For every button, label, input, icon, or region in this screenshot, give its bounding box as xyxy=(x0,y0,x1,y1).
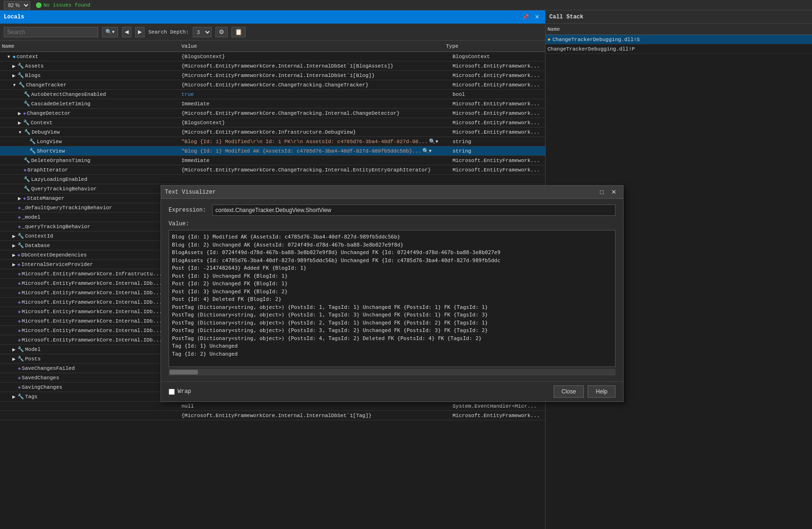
row-name-text: Microsoft.EntityFrameworkCore.Internal.I… xyxy=(22,290,162,296)
row-name-cell: ▶◈ InternalServiceProvider xyxy=(0,262,179,267)
nav-forward-btn[interactable]: ▶ xyxy=(135,27,145,37)
callstack-row[interactable]: ChangeTrackerDebugging.dll!P xyxy=(546,44,812,54)
close-btn[interactable]: Close xyxy=(554,385,584,398)
wrap-checkbox-label[interactable]: Wrap xyxy=(169,388,191,395)
row-name-cell: ◈ Microsoft.EntityFrameworkCore.Internal… xyxy=(0,328,179,333)
text-visualizer-modal[interactable]: Text Visualizer □ ✕ Expression: Value: xyxy=(161,185,624,402)
row-value-cell: {Microsoft.EntityFrameworkCore.ChangeTra… xyxy=(179,167,451,173)
expand-btn[interactable]: ▶ xyxy=(17,196,22,201)
row-name-cell: ▶🔧 Database xyxy=(0,242,179,248)
zoom-select[interactable]: 82 % xyxy=(4,1,30,9)
table-row[interactable]: {Microsoft.EntityFrameworkCore.Internal.… xyxy=(0,411,545,420)
expand-btn[interactable]: ▶ xyxy=(11,262,17,267)
row-name-cell: ◈ _model xyxy=(0,214,179,220)
row-name-text: Database xyxy=(25,243,50,248)
row-name-text: Assets xyxy=(25,63,44,69)
wrap-checkbox[interactable] xyxy=(169,389,175,395)
table-row[interactable]: ▶🔧 Context{BlogsContext}Microsoft.Entity… xyxy=(0,118,545,128)
pin-icon-btn[interactable]: 📌 xyxy=(520,13,531,21)
expand-btn[interactable]: ▶ xyxy=(11,73,17,78)
diamond-icon: ◈ xyxy=(18,271,21,277)
modal-close-btn[interactable]: ✕ xyxy=(608,188,619,196)
row-name-text: Blogs xyxy=(25,73,41,78)
table-row[interactable]: ▶🔧 Blogs{Microsoft.EntityFrameworkCore.I… xyxy=(0,71,545,80)
table-row[interactable]: ▼◆ context{BlogsContext}BlogsContext xyxy=(0,52,545,61)
expand-btn[interactable]: ▶ xyxy=(11,243,17,248)
expand-btn[interactable]: ▼ xyxy=(17,130,23,135)
table-row[interactable]: nullSystem.EventHandler<Micr... xyxy=(0,401,545,411)
row-name-text: DeleteOrphansTiming xyxy=(31,158,90,163)
expand-btn[interactable]: ▶ xyxy=(17,120,22,125)
magnifier-btn[interactable]: 🔍▾ xyxy=(421,148,433,154)
diamond-icon: ◈ xyxy=(18,205,21,211)
table-row[interactable]: ▶🔧 Assets{Microsoft.EntityFrameworkCore.… xyxy=(0,61,545,71)
nav-back-btn[interactable]: ◀ xyxy=(122,27,131,37)
row-type-cell: string xyxy=(451,148,545,154)
expand-btn[interactable]: ▶ xyxy=(11,64,17,68)
depth-select[interactable]: 3 1 2 5 xyxy=(193,27,212,37)
callstack-rows: ●ChangeTrackerDebugging.dll!SChangeTrack… xyxy=(546,35,812,54)
modal-maximize-btn[interactable]: □ xyxy=(597,188,607,196)
row-name-cell: 🔧 ShortView xyxy=(0,148,179,154)
table-row[interactable]: ▼🔧 ChangeTracker{Microsoft.EntityFramewo… xyxy=(0,80,545,90)
table-row[interactable]: 🔧 LazyLoadingEnabled xyxy=(0,175,545,184)
tool-btn-1[interactable]: ⚙ xyxy=(215,27,228,37)
status-dot xyxy=(36,2,42,8)
table-row[interactable]: 🔧 DeleteOrphansTimingImmediateMicrosoft.… xyxy=(0,156,545,165)
expand-btn[interactable]: ▼ xyxy=(11,83,17,87)
row-name-text: ChangeTracker xyxy=(26,82,67,88)
expand-btn[interactable]: ▶ xyxy=(11,234,17,239)
hscroll-bar[interactable] xyxy=(169,369,615,375)
search-button[interactable]: 🔍▾ xyxy=(102,27,118,37)
row-name-cell: 🔧 DeleteOrphansTiming xyxy=(0,157,179,163)
row-name-cell: ▶🔧 ContextId xyxy=(0,233,179,239)
expand-btn[interactable]: ▼ xyxy=(6,54,12,59)
callstack-row[interactable]: ●ChangeTrackerDebugging.dll!S xyxy=(546,35,812,44)
row-type-cell: Microsoft.EntityFramework... xyxy=(451,129,545,135)
row-name-cell: ▼🔧 ChangeTracker xyxy=(0,82,179,88)
value-textarea[interactable] xyxy=(169,230,615,367)
search-input[interactable] xyxy=(4,27,98,37)
magnifier-btn[interactable]: 🔍▾ xyxy=(428,138,439,145)
table-row[interactable]: 🔧 ShortView"Blog {Id: 1} Modified AK {As… xyxy=(0,146,545,156)
expression-row: Expression: xyxy=(169,205,615,216)
table-row[interactable]: 🔧 LongView"Blog {Id: 1} Modified\r\n Id:… xyxy=(0,137,545,146)
help-btn[interactable]: Help xyxy=(588,385,615,398)
table-row[interactable]: ◈ GraphIterator{Microsoft.EntityFramewor… xyxy=(0,165,545,175)
main-layout: Locals 📌 ✕ 🔍▾ ◀ ▶ Search Depth: 3 1 2 5 … xyxy=(0,10,812,529)
callstack-row-text: ChangeTrackerDebugging.dll!P xyxy=(547,46,635,52)
row-value-cell: {BlogsContext} xyxy=(179,54,451,60)
table-row[interactable]: ▶◈ ChangeDetector{Microsoft.EntityFramew… xyxy=(0,109,545,118)
row-name-text: LazyLoadingEnabled xyxy=(31,177,87,182)
wrench-icon: 🔧 xyxy=(17,346,24,352)
expression-input[interactable] xyxy=(212,205,615,216)
diamond-icon: ◈ xyxy=(17,262,20,267)
row-type-cell: Microsoft.EntityFramework... xyxy=(451,158,545,163)
expand-btn[interactable]: ▶ xyxy=(17,111,22,116)
row-name-cell: ◈ _defaultQueryTrackingBehavior xyxy=(0,205,179,211)
table-header: Name Value Type xyxy=(0,41,545,52)
expand-btn[interactable]: ▶ xyxy=(11,357,17,361)
tool-btn-2[interactable]: 📋 xyxy=(231,27,246,37)
diamond-icon: ◈ xyxy=(18,384,21,390)
diamond-icon: ◈ xyxy=(18,214,21,220)
row-name-cell: ▶🔧 Blogs xyxy=(0,72,179,78)
row-name-text: StateManager xyxy=(27,196,64,201)
wrench-icon: 🔧 xyxy=(29,138,36,145)
row-name-cell: ◈ Microsoft.EntityFrameworkCore.Internal… xyxy=(0,281,179,286)
table-row[interactable]: 🔧 CascadeDeleteTimingImmediateMicrosoft.… xyxy=(0,99,545,109)
table-row[interactable]: ▼🔧 DebugView{Microsoft.EntityFrameworkCo… xyxy=(0,128,545,137)
wrench-icon: 🔧 xyxy=(29,148,36,154)
row-value-cell: null xyxy=(179,403,451,409)
table-row[interactable]: 🔧 AutoDetectChangesEnabledtruebool xyxy=(0,90,545,99)
diamond-icon: ◈ xyxy=(18,328,21,333)
row-name-cell: ▶🔧 Context xyxy=(0,119,179,126)
row-value-cell: {Microsoft.EntityFrameworkCore.Infrastru… xyxy=(179,129,451,135)
row-name-text: QueryTrackingBehavior xyxy=(31,186,97,192)
expand-btn[interactable]: ▶ xyxy=(11,347,17,352)
close-panel-btn[interactable]: ✕ xyxy=(533,13,541,21)
value-label: Value: xyxy=(169,221,615,227)
expand-btn[interactable]: ▶ xyxy=(11,253,17,257)
expand-btn[interactable]: ▶ xyxy=(11,394,17,399)
row-name-text: CascadeDeleteTiming xyxy=(31,101,90,107)
